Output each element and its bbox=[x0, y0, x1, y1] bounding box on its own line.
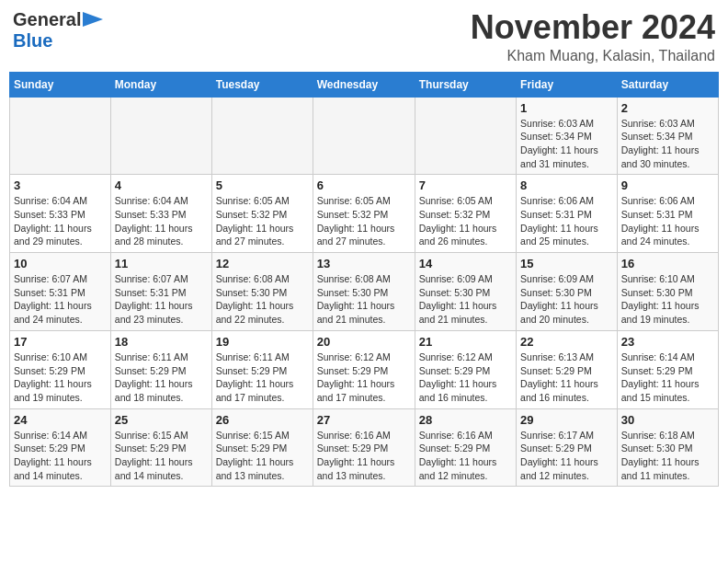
day-number: 21 bbox=[419, 335, 512, 349]
calendar-cell: 28Sunrise: 6:16 AMSunset: 5:29 PMDayligh… bbox=[415, 408, 516, 487]
calendar-week-row: 1Sunrise: 6:03 AMSunset: 5:34 PMDaylight… bbox=[10, 97, 719, 175]
calendar-cell: 30Sunrise: 6:18 AMSunset: 5:30 PMDayligh… bbox=[617, 408, 718, 487]
calendar-cell: 23Sunrise: 6:14 AMSunset: 5:29 PMDayligh… bbox=[617, 330, 718, 408]
calendar-cell: 12Sunrise: 6:08 AMSunset: 5:30 PMDayligh… bbox=[211, 253, 313, 331]
day-info: Sunrise: 6:14 AMSunset: 5:29 PMDaylight:… bbox=[621, 350, 714, 405]
day-info: Sunrise: 6:05 AMSunset: 5:32 PMDaylight:… bbox=[216, 194, 309, 248]
day-info: Sunrise: 6:04 AMSunset: 5:33 PMDaylight:… bbox=[14, 194, 107, 248]
day-info: Sunrise: 6:07 AMSunset: 5:31 PMDaylight:… bbox=[115, 272, 208, 327]
day-number: 17 bbox=[14, 335, 107, 349]
day-number: 12 bbox=[216, 257, 309, 270]
svg-marker-0 bbox=[83, 12, 103, 27]
day-number: 19 bbox=[216, 335, 309, 349]
calendar-cell: 24Sunrise: 6:14 AMSunset: 5:29 PMDayligh… bbox=[10, 408, 111, 487]
day-number: 30 bbox=[621, 413, 714, 427]
day-number: 15 bbox=[520, 257, 613, 270]
calendar-cell: 25Sunrise: 6:15 AMSunset: 5:29 PMDayligh… bbox=[110, 408, 211, 487]
weekday-header-friday: Friday bbox=[517, 72, 618, 97]
calendar-cell: 13Sunrise: 6:08 AMSunset: 5:30 PMDayligh… bbox=[313, 253, 415, 331]
calendar-cell: 20Sunrise: 6:12 AMSunset: 5:29 PMDayligh… bbox=[313, 330, 415, 408]
day-number: 6 bbox=[317, 178, 411, 192]
day-info: Sunrise: 6:06 AMSunset: 5:31 PMDaylight:… bbox=[520, 194, 613, 248]
calendar-cell: 22Sunrise: 6:13 AMSunset: 5:29 PMDayligh… bbox=[517, 330, 618, 408]
weekday-header-sunday: Sunday bbox=[10, 72, 111, 97]
day-info: Sunrise: 6:18 AMSunset: 5:30 PMDaylight:… bbox=[621, 429, 714, 483]
calendar-cell: 17Sunrise: 6:10 AMSunset: 5:29 PMDayligh… bbox=[10, 330, 111, 408]
day-info: Sunrise: 6:06 AMSunset: 5:31 PMDaylight:… bbox=[621, 194, 714, 248]
calendar-header: SundayMondayTuesdayWednesdayThursdayFrid… bbox=[10, 72, 719, 97]
day-number: 27 bbox=[317, 413, 411, 427]
day-info: Sunrise: 6:04 AMSunset: 5:33 PMDaylight:… bbox=[115, 194, 208, 248]
day-info: Sunrise: 6:08 AMSunset: 5:30 PMDaylight:… bbox=[216, 272, 309, 327]
calendar-cell: 26Sunrise: 6:15 AMSunset: 5:29 PMDayligh… bbox=[211, 408, 313, 487]
calendar-cell: 5Sunrise: 6:05 AMSunset: 5:32 PMDaylight… bbox=[211, 175, 313, 253]
calendar-cell bbox=[415, 97, 516, 175]
calendar-body: 1Sunrise: 6:03 AMSunset: 5:34 PMDaylight… bbox=[10, 97, 719, 487]
day-number: 25 bbox=[115, 413, 208, 427]
calendar-cell: 27Sunrise: 6:16 AMSunset: 5:29 PMDayligh… bbox=[313, 408, 415, 487]
calendar-cell: 11Sunrise: 6:07 AMSunset: 5:31 PMDayligh… bbox=[110, 253, 211, 331]
calendar-cell: 2Sunrise: 6:03 AMSunset: 5:34 PMDaylight… bbox=[617, 97, 718, 175]
day-info: Sunrise: 6:10 AMSunset: 5:29 PMDaylight:… bbox=[14, 350, 107, 405]
calendar-cell: 29Sunrise: 6:17 AMSunset: 5:29 PMDayligh… bbox=[517, 408, 618, 487]
day-number: 7 bbox=[419, 178, 512, 192]
day-info: Sunrise: 6:05 AMSunset: 5:32 PMDaylight:… bbox=[317, 194, 411, 248]
day-number: 24 bbox=[14, 413, 107, 427]
day-number: 1 bbox=[520, 101, 613, 115]
day-number: 3 bbox=[14, 178, 107, 192]
calendar-week-row: 10Sunrise: 6:07 AMSunset: 5:31 PMDayligh… bbox=[10, 253, 719, 331]
day-info: Sunrise: 6:07 AMSunset: 5:31 PMDaylight:… bbox=[14, 272, 107, 327]
calendar-cell: 1Sunrise: 6:03 AMSunset: 5:34 PMDaylight… bbox=[517, 97, 618, 175]
day-info: Sunrise: 6:11 AMSunset: 5:29 PMDaylight:… bbox=[115, 350, 208, 405]
page-header: General Blue November 2024 Kham Muang, K… bbox=[9, 9, 719, 64]
day-info: Sunrise: 6:13 AMSunset: 5:29 PMDaylight:… bbox=[520, 350, 613, 405]
day-info: Sunrise: 6:10 AMSunset: 5:30 PMDaylight:… bbox=[621, 272, 714, 327]
day-number: 10 bbox=[14, 257, 107, 270]
day-info: Sunrise: 6:17 AMSunset: 5:29 PMDaylight:… bbox=[520, 429, 613, 483]
calendar-cell: 9Sunrise: 6:06 AMSunset: 5:31 PMDaylight… bbox=[617, 175, 718, 253]
calendar-cell bbox=[313, 97, 415, 175]
day-info: Sunrise: 6:05 AMSunset: 5:32 PMDaylight:… bbox=[419, 194, 512, 248]
calendar-cell: 6Sunrise: 6:05 AMSunset: 5:32 PMDaylight… bbox=[313, 175, 415, 253]
calendar-week-row: 17Sunrise: 6:10 AMSunset: 5:29 PMDayligh… bbox=[10, 330, 719, 408]
day-number: 5 bbox=[216, 178, 309, 192]
day-number: 16 bbox=[621, 257, 714, 270]
day-info: Sunrise: 6:15 AMSunset: 5:29 PMDaylight:… bbox=[115, 429, 208, 483]
logo-blue-text: Blue bbox=[13, 30, 52, 51]
day-number: 23 bbox=[621, 335, 714, 349]
day-info: Sunrise: 6:03 AMSunset: 5:34 PMDaylight:… bbox=[621, 117, 714, 171]
logo-flag-icon bbox=[83, 12, 103, 27]
calendar-cell: 7Sunrise: 6:05 AMSunset: 5:32 PMDaylight… bbox=[415, 175, 516, 253]
day-info: Sunrise: 6:14 AMSunset: 5:29 PMDaylight:… bbox=[14, 429, 107, 483]
calendar-cell: 16Sunrise: 6:10 AMSunset: 5:30 PMDayligh… bbox=[617, 253, 718, 331]
calendar-table: SundayMondayTuesdayWednesdayThursdayFrid… bbox=[9, 72, 719, 488]
day-number: 22 bbox=[520, 335, 613, 349]
calendar-week-row: 24Sunrise: 6:14 AMSunset: 5:29 PMDayligh… bbox=[10, 408, 719, 487]
day-info: Sunrise: 6:16 AMSunset: 5:29 PMDaylight:… bbox=[419, 429, 512, 483]
day-info: Sunrise: 6:12 AMSunset: 5:29 PMDaylight:… bbox=[419, 350, 512, 405]
day-info: Sunrise: 6:08 AMSunset: 5:30 PMDaylight:… bbox=[317, 272, 411, 327]
day-info: Sunrise: 6:09 AMSunset: 5:30 PMDaylight:… bbox=[419, 272, 512, 327]
calendar-cell: 18Sunrise: 6:11 AMSunset: 5:29 PMDayligh… bbox=[110, 330, 211, 408]
weekday-header-thursday: Thursday bbox=[415, 72, 516, 97]
logo-general-text: General bbox=[13, 9, 81, 30]
calendar-cell: 10Sunrise: 6:07 AMSunset: 5:31 PMDayligh… bbox=[10, 253, 111, 331]
calendar-cell: 21Sunrise: 6:12 AMSunset: 5:29 PMDayligh… bbox=[415, 330, 516, 408]
day-number: 14 bbox=[419, 257, 512, 270]
day-info: Sunrise: 6:16 AMSunset: 5:29 PMDaylight:… bbox=[317, 429, 411, 483]
weekday-header-saturday: Saturday bbox=[617, 72, 718, 97]
day-number: 20 bbox=[317, 335, 411, 349]
calendar-week-row: 3Sunrise: 6:04 AMSunset: 5:33 PMDaylight… bbox=[10, 175, 719, 253]
weekday-header-wednesday: Wednesday bbox=[313, 72, 415, 97]
calendar-cell bbox=[110, 97, 211, 175]
day-number: 28 bbox=[419, 413, 512, 427]
weekday-header-tuesday: Tuesday bbox=[211, 72, 313, 97]
day-number: 11 bbox=[115, 257, 208, 270]
day-number: 29 bbox=[520, 413, 613, 427]
month-title: November 2024 bbox=[471, 9, 715, 46]
calendar-cell: 3Sunrise: 6:04 AMSunset: 5:33 PMDaylight… bbox=[10, 175, 111, 253]
location-subtitle: Kham Muang, Kalasin, Thailand bbox=[471, 48, 715, 64]
day-number: 8 bbox=[520, 178, 613, 192]
day-number: 18 bbox=[115, 335, 208, 349]
weekday-header-monday: Monday bbox=[110, 72, 211, 97]
